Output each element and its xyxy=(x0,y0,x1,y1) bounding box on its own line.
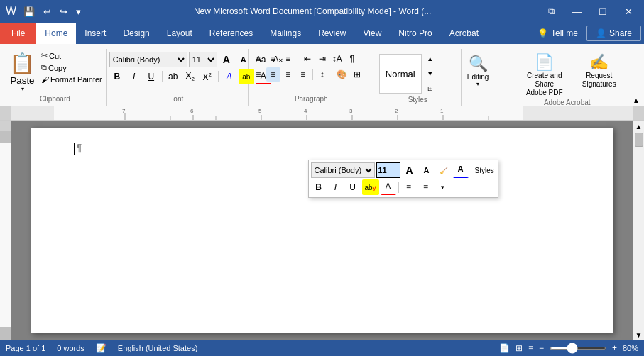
bold-button[interactable]: B xyxy=(109,69,125,84)
sort-button[interactable]: ↕A xyxy=(330,52,344,66)
font-size-select[interactable]: 11 xyxy=(189,52,217,67)
zoom-out-icon[interactable]: − xyxy=(539,343,544,353)
italic-button[interactable]: I xyxy=(126,69,142,84)
create-share-pdf-button[interactable]: 📄 Create and ShareAdobe PDF xyxy=(514,52,575,99)
sep3 xyxy=(298,53,298,65)
align-right-button[interactable]: ≡ xyxy=(281,67,295,82)
underline-button[interactable]: U xyxy=(143,69,159,84)
copy-icon: ⧉ xyxy=(41,63,47,72)
minimize-button[interactable]: — xyxy=(567,5,587,18)
mini-font-color-button[interactable]: A xyxy=(381,179,396,195)
menu-insert[interactable]: Insert xyxy=(76,23,114,44)
mini-toolbar: Calibri (Body) A A 🧹 A Styles B I U aby … xyxy=(308,160,498,198)
subscript-button[interactable]: X2 xyxy=(182,69,198,84)
focus-mode-icon[interactable]: ⊞ xyxy=(515,343,523,353)
increase-indent-button[interactable]: ⇥ xyxy=(315,52,329,66)
editing-label: Editing xyxy=(467,73,489,81)
menu-design[interactable]: Design xyxy=(114,23,158,44)
mini-font-select[interactable]: Calibri (Body) xyxy=(311,162,375,178)
customize-qat-button[interactable]: ▾ xyxy=(73,5,84,18)
paste-button[interactable]: 📋 Paste ▾ xyxy=(6,50,39,94)
menu-references[interactable]: References xyxy=(201,23,261,44)
align-left-button[interactable]: ≡ xyxy=(251,67,266,82)
mini-numbering-button[interactable]: ≡ xyxy=(418,179,434,195)
increase-font-button[interactable]: A xyxy=(219,52,234,67)
redo-button[interactable]: ↪ xyxy=(57,5,70,18)
show-formatting-button[interactable]: ¶ xyxy=(345,52,359,66)
menu-view[interactable]: View xyxy=(355,23,391,44)
scroll-down-button[interactable]: ▼ xyxy=(633,329,645,340)
window-controls: ⧉ — ☐ ✕ xyxy=(541,4,638,18)
menu-review[interactable]: Review xyxy=(310,23,354,44)
maximize-button[interactable]: ☐ xyxy=(593,5,613,18)
mini-underline-button[interactable]: U xyxy=(345,179,361,195)
align-center-button[interactable]: ≡ xyxy=(266,67,280,82)
menu-acrobat[interactable]: Acrobat xyxy=(441,23,487,44)
collapse-ribbon-button[interactable]: ▲ xyxy=(633,96,640,104)
copy-button[interactable]: ⧉ Copy xyxy=(39,62,104,73)
svg-rect-20 xyxy=(0,143,11,327)
request-signatures-button[interactable]: ✍️ RequestSignatures xyxy=(578,52,621,99)
decrease-indent-button[interactable]: ⇤ xyxy=(300,52,315,66)
scroll-up-button[interactable]: ▲ xyxy=(633,121,645,132)
scroll-thumb[interactable] xyxy=(635,133,643,147)
mini-color-button[interactable]: A xyxy=(453,162,469,178)
editing-group: 🔍 Editing ▾ xyxy=(462,49,511,106)
styles-up-button[interactable]: ▲ xyxy=(423,52,437,66)
menu-mailings[interactable]: Mailings xyxy=(261,23,310,44)
mini-grow-button[interactable]: A xyxy=(402,162,417,178)
spelling-icon[interactable]: 📝 xyxy=(96,343,107,353)
multilevel-list-button[interactable]: ≡ xyxy=(281,52,295,66)
zoom-in-icon[interactable]: + xyxy=(612,343,617,353)
clipboard-group: 📋 Paste ▾ ✂ Cut ⧉ Copy 🖌 Format Painter … xyxy=(3,49,107,106)
strikethrough-button[interactable]: ab xyxy=(165,69,181,84)
editing-label xyxy=(464,103,506,104)
bullets-button[interactable]: ≡ xyxy=(251,52,266,66)
save-button[interactable]: 💾 xyxy=(21,5,38,18)
menu-file[interactable]: File xyxy=(0,23,36,44)
zoom-slider[interactable] xyxy=(550,347,606,350)
superscript-button[interactable]: X2 xyxy=(200,69,215,84)
mini-bullets-button[interactable]: ≡ xyxy=(401,179,417,195)
mini-bold-button[interactable]: B xyxy=(311,179,327,195)
styles-more-button[interactable]: ⊞ xyxy=(423,82,437,96)
close-button[interactable]: ✕ xyxy=(618,5,638,18)
format-painter-icon: 🖌 xyxy=(41,75,49,84)
mini-italic-button[interactable]: I xyxy=(328,179,344,195)
mini-shrink-button[interactable]: A xyxy=(419,162,435,178)
font-name-select[interactable]: Calibri (Body) xyxy=(109,52,187,67)
mini-font-size-input[interactable] xyxy=(376,162,400,178)
numbering-button[interactable]: ≡ xyxy=(266,52,280,66)
format-painter-button[interactable]: 🖌 Format Painter xyxy=(39,74,104,84)
tell-me-field[interactable]: 💡 Tell me xyxy=(532,23,584,44)
editing-button[interactable]: 🔍 Editing ▾ xyxy=(464,53,492,89)
scroll-track[interactable] xyxy=(634,132,644,329)
borders-button[interactable]: ⊞ xyxy=(350,67,364,82)
view-mode-icon[interactable]: 📄 xyxy=(499,343,510,353)
language[interactable]: English (United States) xyxy=(118,344,198,352)
styles-content: Normal ▲ ▼ ⊞ xyxy=(379,50,437,96)
layout-icon[interactable]: ≡ xyxy=(528,343,533,353)
menu-nitro-pro[interactable]: Nitro Pro xyxy=(390,23,440,44)
shading-button[interactable]: 🎨 xyxy=(334,67,349,82)
line-spacing-button[interactable]: ↕ xyxy=(315,67,329,82)
mini-highlight-button[interactable]: aby xyxy=(362,179,379,195)
menu-spacer xyxy=(487,23,532,44)
styles-down-button[interactable]: ▼ xyxy=(423,67,437,81)
styles-nav: ▲ ▼ ⊞ xyxy=(423,52,437,96)
menu-layout[interactable]: Layout xyxy=(158,23,201,44)
separator xyxy=(162,71,163,82)
undo-button[interactable]: ↩ xyxy=(40,5,54,18)
mini-dropdown-button[interactable]: ▾ xyxy=(435,179,451,195)
page-scroll-area[interactable]: ¶ Calibri (Body) A A 🧹 A Styles B xyxy=(11,121,633,340)
styles-gallery[interactable]: Normal xyxy=(379,54,422,94)
menu-home[interactable]: Home xyxy=(36,23,76,44)
zoom-percent: 80% xyxy=(623,344,638,352)
mini-clear-button[interactable]: 🧹 xyxy=(436,162,452,178)
text-effects-button[interactable]: A xyxy=(222,69,237,84)
cut-button[interactable]: ✂ Cut xyxy=(39,50,104,61)
share-button[interactable]: 👤 Share xyxy=(586,26,641,41)
sep5 xyxy=(332,69,332,80)
justify-button[interactable]: ≡ xyxy=(296,67,310,82)
restore-down-button[interactable]: ⧉ xyxy=(541,4,561,18)
